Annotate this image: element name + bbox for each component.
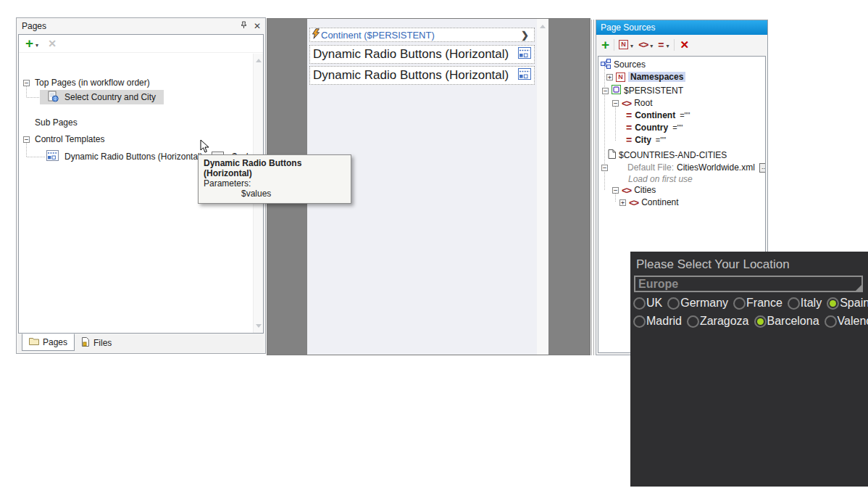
tree-item-continent-child[interactable]: + <> Continent: [619, 197, 679, 208]
delete-source-button[interactable]: ✕: [680, 38, 690, 51]
tree-item-attr-city[interactable]: = City ="": [626, 134, 666, 146]
radio-label: Barcelona: [767, 315, 819, 328]
top-pages-label: Top Pages (in workflow order): [35, 78, 150, 88]
template-label: Dynamic Radio Buttons (Horizontal): [64, 152, 203, 162]
add-page-dropdown-icon[interactable]: ▾: [36, 42, 38, 49]
radio-circle-icon[interactable]: [633, 315, 646, 328]
close-icon[interactable]: ✕: [254, 22, 261, 30]
radio-circle-icon[interactable]: [825, 315, 837, 328]
sub-pages-label: Sub Pages: [35, 117, 78, 128]
element-dropdown-icon[interactable]: ▾: [650, 43, 653, 49]
design-scrollbar[interactable]: [537, 19, 548, 355]
tree-connector: [615, 104, 616, 141]
radio-uk[interactable]: UK: [633, 297, 662, 310]
radio-germany[interactable]: Germany: [667, 297, 728, 310]
tree-item-sources[interactable]: Sources: [601, 59, 646, 70]
radio-valencia[interactable]: Valencia: [825, 315, 868, 328]
selected-page-label: Select Country and City: [64, 92, 156, 102]
root-label: Root: [634, 98, 652, 108]
page-sources-title: Page Sources: [601, 22, 655, 33]
panel-splitter[interactable]: [591, 20, 592, 355]
pin-icon[interactable]: [240, 21, 248, 30]
default-file-browse-button[interactable]: ...: [759, 163, 766, 173]
control-label: Dynamic Radio Buttons (Horizontal): [313, 68, 509, 83]
continent-child-label: Continent: [641, 197, 678, 207]
dynamic-radio-buttons-control-1[interactable]: Dynamic Radio Buttons (Horizontal): [309, 45, 535, 64]
attr-value: ="": [672, 123, 683, 132]
tree-item-top-pages[interactable]: − Top Pages (in workflow order): [23, 78, 150, 88]
tree-item-cities[interactable]: − <> Cities: [612, 184, 656, 196]
collapse-icon[interactable]: −: [612, 100, 619, 107]
continent-combobox[interactable]: Europe: [634, 276, 863, 292]
tree-item-namespaces[interactable]: + N Namespaces: [606, 71, 685, 83]
attribute-dropdown-icon[interactable]: ▾: [667, 43, 669, 49]
sources-icon: [601, 59, 611, 71]
radio-circle-icon[interactable]: [667, 297, 680, 310]
radio-spain[interactable]: Spain: [827, 297, 868, 310]
radio-barcelona[interactable]: Barcelona: [754, 315, 819, 328]
radio-zaragoza[interactable]: Zaragoza: [687, 315, 749, 328]
collapse-icon[interactable]: −: [23, 136, 30, 143]
attr-name: Country: [635, 123, 668, 133]
namespaces-label: Namespaces: [628, 72, 685, 82]
tree-item-default-file[interactable]: − Default File: CitiesWorldwide.xml ...: [601, 162, 766, 173]
pages-panel-tabs: Pages Files: [18, 334, 264, 352]
collapse-icon[interactable]: −: [602, 88, 609, 94]
tree-item-persistent[interactable]: − $PERSISTENT: [602, 85, 683, 96]
radio-circle-icon[interactable]: [754, 315, 767, 328]
radio-circle-icon[interactable]: [733, 297, 746, 310]
attribute-icon: =: [626, 109, 632, 121]
attr-name: City: [635, 135, 651, 145]
toolbar-separator: [674, 39, 675, 51]
scroll-up-icon[interactable]: [256, 59, 262, 62]
add-page-button[interactable]: +: [25, 38, 33, 49]
tab-files[interactable]: Files: [75, 334, 118, 352]
tree-item-control-templates[interactable]: − Control Templates: [23, 134, 105, 144]
add-element-button[interactable]: <>: [638, 39, 648, 50]
tree-item-select-country-city[interactable]: Select Country and City: [40, 90, 164, 104]
radio-label: France: [746, 297, 783, 310]
radio-italy[interactable]: Italy: [788, 297, 822, 310]
collapse-icon[interactable]: −: [612, 187, 619, 194]
delete-page-button[interactable]: ✕: [48, 38, 57, 49]
radio-label: Valencia: [838, 315, 868, 328]
country-radio-group: UK Germany France Italy Spain: [633, 296, 868, 310]
tree-item-countries-source[interactable]: $COUNTRIES-AND-CITIES: [608, 149, 727, 161]
folder-icon: [29, 337, 39, 347]
pages-panel-titlebar: Pages ✕: [17, 18, 265, 33]
attr-value: ="": [680, 111, 690, 120]
add-source-button[interactable]: +: [601, 39, 609, 51]
source-link-control[interactable]: Continent ($PERSISTENT) ❯: [309, 28, 535, 42]
tree-item-sub-pages[interactable]: Sub Pages: [35, 117, 78, 128]
scroll-up-icon[interactable]: [540, 25, 546, 28]
load-note: Load on first use: [628, 173, 693, 185]
radio-circle-icon[interactable]: [633, 297, 646, 310]
tab-pages[interactable]: Pages: [22, 334, 75, 351]
add-namespace-button[interactable]: N: [619, 40, 628, 49]
panel-splitter[interactable]: [593, 20, 594, 355]
radio-circle-icon[interactable]: [827, 297, 839, 310]
tree-item-attr-continent[interactable]: = Continent ="": [626, 109, 690, 121]
tree-item-root[interactable]: − <> Root: [612, 97, 653, 109]
default-file-name: CitiesWorldwide.xml: [677, 162, 755, 173]
element-icon: <>: [629, 197, 638, 208]
tab-pages-label: Pages: [43, 337, 67, 347]
expand-icon[interactable]: +: [619, 199, 626, 206]
radio-circle-icon[interactable]: [788, 297, 800, 310]
dynamic-radio-buttons-control-2[interactable]: Dynamic Radio Buttons (Horizontal): [309, 66, 535, 85]
radio-madrid[interactable]: Madrid: [633, 315, 682, 328]
namespace-dropdown-icon[interactable]: ▾: [630, 43, 633, 49]
add-attribute-button[interactable]: =: [658, 39, 664, 51]
combobox-value: Europe: [635, 277, 861, 291]
radio-label: Spain: [840, 297, 868, 310]
tree-connector: [26, 142, 27, 157]
control-template-icon: [518, 68, 531, 83]
scroll-down-icon[interactable]: [256, 324, 262, 328]
collapse-icon[interactable]: −: [23, 80, 30, 86]
expand-icon[interactable]: +: [606, 74, 613, 80]
radio-france[interactable]: France: [733, 297, 783, 310]
tree-item-attr-country[interactable]: = Country ="": [626, 122, 683, 133]
radio-circle-icon[interactable]: [687, 315, 699, 328]
collapse-icon[interactable]: −: [601, 165, 608, 171]
source-link-label: Continent ($PERSISTENT): [321, 30, 435, 41]
